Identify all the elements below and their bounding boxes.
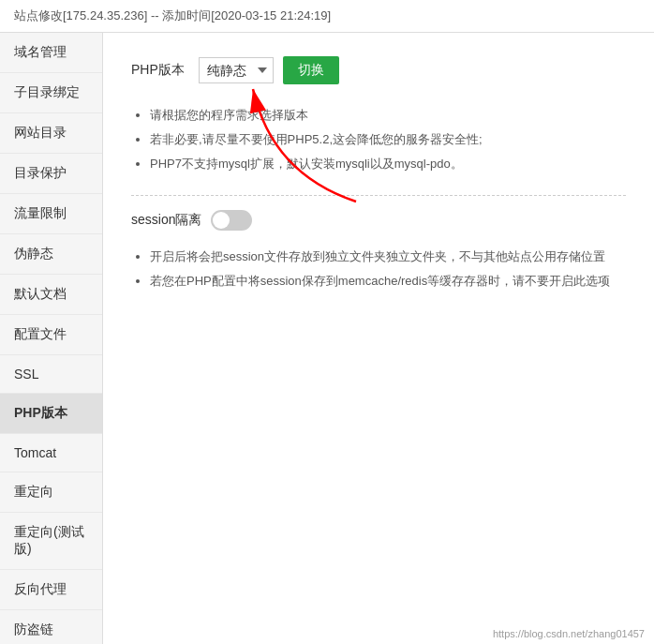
top-bar-text: 站点修改[175.24.35.236] -- 添加时间[2020-03-15 2… xyxy=(14,8,331,22)
sidebar-item-目录保护[interactable]: 目录保护 xyxy=(0,154,102,194)
tip-item: PHP7不支持mysql扩展，默认安装mysqli以及mysql-pdo。 xyxy=(150,152,626,176)
sidebar-item-反向代理[interactable]: 反向代理 xyxy=(0,570,102,610)
sidebar-item-重定向[interactable]: 重定向 xyxy=(0,472,102,513)
content-area: PHP版本 纯静态PHP5.4PHP5.5PHP5.6PHP7.0PHP7.1P… xyxy=(103,33,654,644)
switch-button[interactable]: 切换 xyxy=(283,56,339,84)
session-row: session隔离 xyxy=(131,210,626,231)
session-tips-list: 开启后将会把session文件存放到独立文件夹独立文件夹，不与其他站点公用存储位… xyxy=(131,245,626,293)
main-area: 域名管理子目录绑定网站目录目录保护流量限制伪静态默认文档配置文件SSLPHP版本… xyxy=(0,33,654,644)
php-version-select[interactable]: 纯静态PHP5.4PHP5.5PHP5.6PHP7.0PHP7.1PHP7.2P… xyxy=(199,57,274,83)
sidebar-item-流量限制[interactable]: 流量限制 xyxy=(0,194,102,234)
php-version-label: PHP版本 xyxy=(131,62,185,79)
php-tips-list: 请根据您的程序需求选择版本若非必要,请尽量不要使用PHP5.2,这会降低您的服务… xyxy=(131,103,626,176)
session-toggle[interactable] xyxy=(211,210,252,231)
sidebar-item-重定向(测试版)[interactable]: 重定向(测试版) xyxy=(0,513,102,570)
sidebar-item-Tomcat[interactable]: Tomcat xyxy=(0,434,102,472)
tip-item: 请根据您的程序需求选择版本 xyxy=(150,103,626,127)
sidebar: 域名管理子目录绑定网站目录目录保护流量限制伪静态默认文档配置文件SSLPHP版本… xyxy=(0,33,103,644)
sidebar-item-子目录绑定[interactable]: 子目录绑定 xyxy=(0,73,102,113)
session-label: session隔离 xyxy=(131,212,201,229)
page-wrapper: 站点修改[175.24.35.236] -- 添加时间[2020-03-15 2… xyxy=(0,0,654,644)
sidebar-item-伪静态[interactable]: 伪静态 xyxy=(0,234,102,275)
sidebar-item-PHP版本[interactable]: PHP版本 xyxy=(0,394,102,434)
session-tip-item: 开启后将会把session文件存放到独立文件夹独立文件夹，不与其他站点公用存储位… xyxy=(150,245,626,269)
sidebar-item-默认文档[interactable]: 默认文档 xyxy=(0,275,102,315)
watermark: https://blog.csdn.net/zhang01457 xyxy=(493,628,645,639)
sidebar-item-配置文件[interactable]: 配置文件 xyxy=(0,315,102,355)
php-version-row: PHP版本 纯静态PHP5.4PHP5.5PHP5.6PHP7.0PHP7.1P… xyxy=(131,56,626,84)
top-bar: 站点修改[175.24.35.236] -- 添加时间[2020-03-15 2… xyxy=(0,0,654,33)
sidebar-item-SSL[interactable]: SSL xyxy=(0,355,102,394)
sidebar-item-网站目录[interactable]: 网站目录 xyxy=(0,113,102,154)
section-divider xyxy=(131,195,626,196)
sidebar-item-域名管理[interactable]: 域名管理 xyxy=(0,33,102,73)
session-tip-item: 若您在PHP配置中将session保存到memcache/redis等缓存存器时… xyxy=(150,269,626,293)
tip-item: 若非必要,请尽量不要使用PHP5.2,这会降低您的服务器安全性; xyxy=(150,127,626,152)
sidebar-item-防盗链[interactable]: 防盗链 xyxy=(0,610,102,644)
